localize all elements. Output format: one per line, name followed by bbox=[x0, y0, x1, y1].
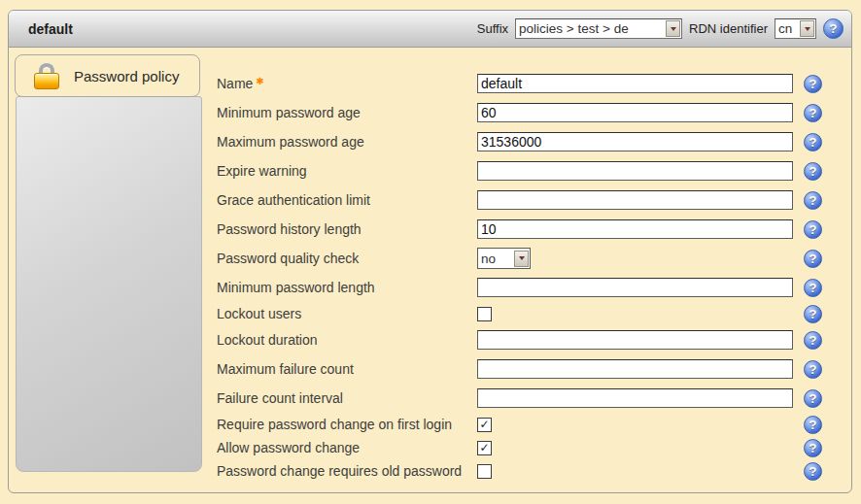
rdn-identifier-select[interactable]: cn bbox=[775, 18, 816, 39]
input-password-history-length[interactable] bbox=[477, 219, 793, 239]
help-icon[interactable]: ? bbox=[804, 133, 822, 151]
field-label: Name✱ bbox=[217, 76, 477, 91]
input-maximum-failure-count[interactable] bbox=[477, 359, 793, 379]
field-control bbox=[477, 464, 804, 479]
select-password-quality-check[interactable]: no bbox=[477, 248, 531, 269]
help-icon[interactable]: ? bbox=[804, 279, 822, 297]
form-row-minimum-password-length: Minimum password length? bbox=[217, 273, 844, 302]
help-icon[interactable]: ? bbox=[804, 104, 822, 122]
input-maximum-password-age[interactable] bbox=[477, 132, 793, 151]
form-row-minimum-password-age: Minimum password age? bbox=[217, 98, 844, 127]
chevron-down-icon bbox=[666, 20, 680, 37]
suffix-label: Suffix bbox=[477, 21, 508, 36]
help-icon[interactable]: ? bbox=[804, 220, 822, 239]
help-icon[interactable]: ? bbox=[804, 331, 822, 350]
field-control bbox=[477, 74, 804, 93]
help-icon[interactable]: ? bbox=[804, 191, 822, 210]
field-control bbox=[477, 161, 804, 181]
panel-body: Password policy Name✱?Minimum password a… bbox=[9, 48, 851, 492]
field-label: Maximum password age bbox=[217, 134, 477, 150]
field-label: Allow password change bbox=[217, 440, 477, 455]
form-row-require-password-change-on-first-login: Require password change on first login✓? bbox=[217, 413, 844, 436]
form-row-grace-authentication-limit: Grace authentication limit? bbox=[217, 185, 844, 215]
rdn-identifier-label: RDN identifier bbox=[689, 21, 768, 36]
field-label: Minimum password length bbox=[217, 280, 477, 295]
checkbox-require-password-change-on-first-login[interactable]: ✓ bbox=[477, 418, 492, 432]
help-icon[interactable]: ? bbox=[804, 389, 822, 408]
help-icon[interactable]: ? bbox=[823, 18, 844, 39]
input-failure-count-interval[interactable] bbox=[477, 388, 793, 408]
form-row-failure-count-interval: Failure count interval? bbox=[217, 384, 844, 413]
field-control: no bbox=[477, 248, 804, 269]
help-icon[interactable]: ? bbox=[804, 462, 822, 481]
form-row-lockout-users: Lockout users? bbox=[217, 302, 844, 325]
chevron-down-icon bbox=[514, 251, 529, 267]
rdn-select-value: cn bbox=[775, 21, 799, 36]
field-control: ✓ bbox=[477, 441, 804, 455]
field-control bbox=[477, 103, 804, 122]
help-icon[interactable]: ? bbox=[804, 439, 822, 457]
field-label: Require password change on first login bbox=[217, 417, 477, 432]
panel-header: default Suffix policies > test > de RDN … bbox=[9, 11, 851, 48]
help-icon[interactable]: ? bbox=[804, 75, 822, 93]
field-control bbox=[477, 359, 804, 379]
password-policy-panel: default Suffix policies > test > de RDN … bbox=[8, 10, 852, 493]
field-control bbox=[477, 330, 804, 350]
input-minimum-password-age[interactable] bbox=[477, 103, 793, 122]
suffix-select[interactable]: policies > test > de bbox=[515, 18, 682, 39]
required-star-icon: ✱ bbox=[256, 76, 263, 86]
form-row-allow-password-change: Allow password change✓? bbox=[217, 436, 844, 459]
input-lockout-duration[interactable] bbox=[477, 330, 793, 350]
field-label: Grace authentication limit bbox=[217, 192, 477, 208]
checkbox-lockout-users[interactable] bbox=[477, 307, 492, 321]
field-control bbox=[477, 388, 804, 408]
form-row-maximum-failure-count: Maximum failure count? bbox=[217, 354, 844, 384]
field-control bbox=[477, 190, 804, 210]
field-control bbox=[477, 132, 804, 151]
help-icon[interactable]: ? bbox=[804, 250, 822, 268]
field-label: Lockout duration bbox=[217, 332, 477, 348]
field-control: ✓ bbox=[477, 418, 804, 432]
input-name[interactable] bbox=[477, 74, 793, 93]
field-label: Lockout users bbox=[217, 306, 477, 321]
lock-icon bbox=[34, 63, 59, 89]
checkbox-password-change-requires-old-password[interactable] bbox=[477, 464, 492, 479]
input-expire-warning[interactable] bbox=[477, 161, 793, 181]
form-row-name: Name✱? bbox=[217, 69, 844, 98]
field-control bbox=[477, 219, 804, 239]
checkbox-allow-password-change[interactable]: ✓ bbox=[477, 441, 492, 455]
input-grace-authentication-limit[interactable] bbox=[477, 190, 793, 210]
sidebar-panel bbox=[16, 96, 202, 472]
field-label: Password change requires old password bbox=[217, 463, 477, 479]
help-icon[interactable]: ? bbox=[804, 162, 822, 181]
form-row-password-change-requires-old-password: Password change requires old password? bbox=[217, 459, 844, 483]
field-label: Password history length bbox=[217, 221, 477, 237]
field-label: Maximum failure count bbox=[217, 361, 477, 377]
field-label: Password quality check bbox=[217, 251, 477, 266]
tab-label: Password policy bbox=[74, 68, 179, 84]
field-label: Minimum password age bbox=[217, 105, 477, 120]
help-icon[interactable]: ? bbox=[804, 305, 822, 323]
field-label: Expire warning bbox=[217, 163, 477, 179]
form-row-password-quality-check: Password quality checkno? bbox=[217, 244, 844, 273]
help-icon[interactable]: ? bbox=[804, 416, 822, 434]
select-value: no bbox=[478, 252, 513, 266]
field-label: Failure count interval bbox=[217, 390, 477, 406]
tab-password-policy[interactable]: Password policy bbox=[15, 54, 200, 97]
input-minimum-password-length[interactable] bbox=[477, 278, 793, 297]
form-row-maximum-password-age: Maximum password age? bbox=[217, 127, 844, 156]
field-control bbox=[477, 307, 804, 321]
suffix-select-value: policies > test > de bbox=[516, 21, 665, 36]
page-title: default bbox=[28, 21, 73, 37]
header-controls: Suffix policies > test > de RDN identifi… bbox=[477, 18, 844, 39]
help-icon[interactable]: ? bbox=[804, 360, 822, 379]
password-policy-form: Name✱?Minimum password age?Maximum passw… bbox=[217, 69, 844, 483]
field-control bbox=[477, 278, 804, 297]
form-row-password-history-length: Password history length? bbox=[217, 215, 844, 244]
form-row-lockout-duration: Lockout duration? bbox=[217, 325, 844, 354]
form-row-expire-warning: Expire warning? bbox=[217, 156, 844, 185]
chevron-down-icon bbox=[800, 20, 814, 37]
